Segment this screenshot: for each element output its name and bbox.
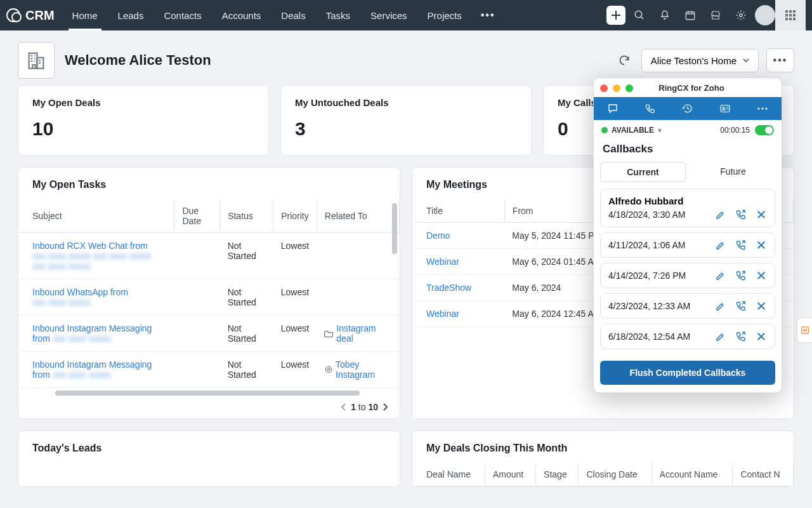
delete-callback[interactable] [756, 300, 767, 312]
vertical-scrollbar[interactable] [392, 203, 397, 254]
horizontal-scrollbar[interactable] [55, 391, 360, 396]
contacts-tab[interactable] [712, 97, 738, 120]
related-to[interactable]: Instagram deal [324, 323, 391, 344]
edit-callback[interactable] [715, 209, 726, 220]
col-status[interactable]: Status [220, 199, 273, 233]
edit-callback[interactable] [715, 300, 726, 312]
chevron-right-icon[interactable] [382, 403, 388, 411]
page-more-button[interactable]: ••• [766, 48, 794, 72]
tasks-table: Subject Due Date Status Priority Related… [18, 199, 400, 388]
svg-point-0 [635, 11, 642, 18]
building-icon [18, 42, 55, 79]
svg-rect-7 [789, 14, 792, 17]
delete-callback[interactable] [756, 331, 767, 342]
task-subject-link[interactable]: Inbound RCX Web Chat from [32, 241, 148, 251]
callback-card[interactable]: 4/23/2024, 12:33 AM [600, 293, 775, 319]
edit-callback[interactable] [715, 270, 726, 281]
deals-closing-panel: My Deals Closing This Month Deal Name Am… [412, 431, 794, 487]
close-icon [756, 239, 767, 251]
maximize-window[interactable] [625, 84, 633, 92]
add-button[interactable] [606, 6, 625, 25]
calendar-button[interactable] [679, 4, 702, 27]
nav-tabs: Home Leads Contacts Accounts Deals Tasks… [62, 0, 504, 30]
task-row[interactable]: Inbound Instagram Messaging from xxx xxx… [18, 316, 400, 352]
nav-contacts[interactable]: Contacts [154, 0, 211, 30]
callback-card[interactable]: Alfredo Hubbard 4/18/2024, 3:30 AM [600, 189, 775, 227]
panel-title: Today's Leads [18, 431, 400, 463]
view-selector[interactable]: Alice Teston's Home [641, 49, 759, 72]
phone-tab[interactable] [638, 97, 663, 120]
close-icon [756, 331, 767, 342]
edit-callback[interactable] [715, 239, 726, 251]
call-callback[interactable] [735, 331, 747, 342]
minimize-window[interactable] [613, 84, 620, 92]
chevron-down-icon [743, 58, 749, 62]
callback-card[interactable]: 4/14/2024, 7:26 PM [600, 263, 775, 288]
callback-card[interactable]: 6/18/2024, 12:54 AM [600, 324, 775, 349]
status-text[interactable]: AVAILABLE [612, 126, 654, 135]
delete-callback[interactable] [756, 270, 767, 281]
nav-services[interactable]: Services [360, 0, 417, 30]
leads-panel: Today's Leads [18, 431, 400, 487]
svg-point-15 [327, 368, 329, 370]
chat-tab[interactable] [600, 97, 625, 120]
col-title[interactable]: Title [412, 199, 504, 223]
col-duedate[interactable]: Due Date [174, 199, 220, 233]
close-window[interactable] [600, 84, 608, 92]
col-amount[interactable]: Amount [485, 463, 535, 486]
side-tab-button[interactable]: R [797, 318, 812, 343]
chevron-left-icon[interactable] [341, 403, 347, 411]
stat-untouched-deals[interactable]: My Untouched Deals 3 [280, 85, 532, 156]
col-priority[interactable]: Priority [273, 199, 317, 233]
delete-callback[interactable] [756, 209, 767, 220]
col-contact[interactable]: Contact N [733, 463, 794, 486]
settings-button[interactable] [730, 4, 752, 27]
status-dot-icon [601, 127, 608, 133]
nav-accounts[interactable]: Accounts [212, 0, 272, 30]
col-related[interactable]: Related To [317, 199, 399, 233]
tab-current[interactable]: Current [600, 162, 686, 182]
nav-projects[interactable]: Projects [417, 0, 472, 30]
col-deal-name[interactable]: Deal Name [412, 463, 485, 486]
call-callback[interactable] [735, 300, 747, 312]
view-selector-label: Alice Teston's Home [651, 55, 737, 66]
flush-callbacks-button[interactable]: Flush Completed Callbacks [600, 361, 775, 385]
open-tasks-panel: My Open Tasks Subject Due Date Status Pr… [18, 167, 400, 419]
window-title: RingCX for Zoho [638, 83, 745, 93]
nav-leads[interactable]: Leads [108, 0, 154, 30]
marketplace-button[interactable] [704, 4, 727, 27]
refresh-button[interactable] [615, 51, 634, 70]
delete-callback[interactable] [756, 239, 767, 251]
availability-toggle[interactable] [755, 125, 774, 135]
search-button[interactable] [628, 4, 651, 27]
callback-tabs: Current Future [594, 162, 782, 189]
nav-deals[interactable]: Deals [271, 0, 315, 30]
tab-future[interactable]: Future [691, 162, 775, 182]
callback-list: Alfredo Hubbard 4/18/2024, 3:30 AM 4/11/… [594, 189, 782, 361]
task-row[interactable]: Inbound RCX Web Chat fromxxx xxxx xxxxx … [18, 233, 400, 279]
task-subject-link[interactable]: Inbound WhatsApp from [32, 287, 128, 297]
call-callback[interactable] [735, 239, 747, 251]
apps-button[interactable] [775, 0, 806, 30]
call-callback[interactable] [735, 270, 747, 281]
stat-open-deals[interactable]: My Open Deals 10 [18, 85, 269, 156]
col-closing-date[interactable]: Closing Date [579, 463, 652, 486]
col-account-name[interactable]: Account Name [652, 463, 733, 486]
related-to[interactable]: Tobey Instagram [324, 359, 391, 380]
toolbar-more[interactable] [750, 97, 775, 120]
col-subject[interactable]: Subject [18, 199, 174, 233]
edit-callback[interactable] [715, 331, 726, 342]
task-row[interactable]: Inbound Instagram Messaging from xxx xxx… [18, 352, 400, 388]
history-tab[interactable] [675, 97, 700, 120]
avatar[interactable] [755, 5, 775, 25]
col-stage[interactable]: Stage [536, 463, 579, 486]
call-callback[interactable] [735, 209, 747, 220]
chevron-down-icon[interactable]: ▼ [657, 127, 663, 134]
notifications-button[interactable] [653, 4, 676, 27]
callback-card[interactable]: 4/11/2024, 1:06 AM [600, 232, 775, 258]
ringcx-window[interactable]: RingCX for Zoho AVAILABLE ▼ 00:00:15 Cal… [593, 77, 782, 393]
nav-more[interactable]: ••• [472, 0, 504, 30]
nav-tasks[interactable]: Tasks [316, 0, 360, 30]
task-row[interactable]: Inbound WhatsApp fromxxx xxxx xxxxx Not … [18, 279, 400, 316]
nav-home[interactable]: Home [62, 0, 108, 30]
